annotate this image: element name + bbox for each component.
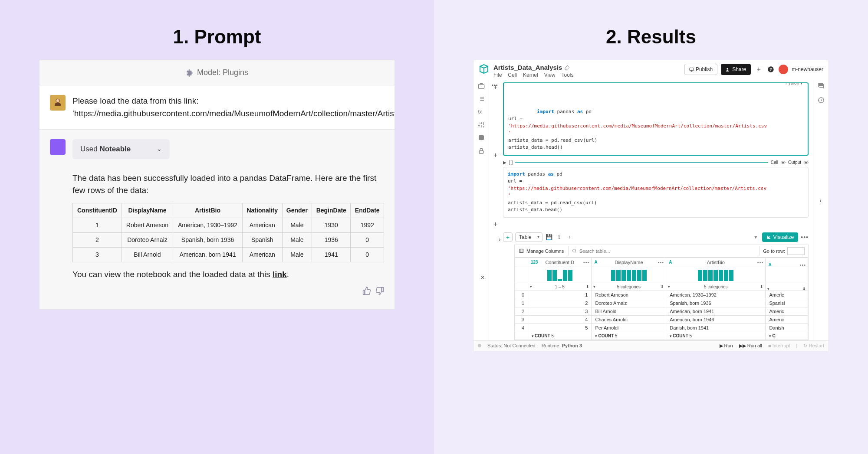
- user-avatar-icon[interactable]: [779, 65, 788, 74]
- fx-icon[interactable]: fx: [478, 108, 485, 115]
- more-icon[interactable]: •••: [801, 234, 809, 241]
- search-icon: [572, 248, 577, 253]
- run-button[interactable]: ▶ Run: [720, 343, 733, 349]
- add-icon[interactable]: +: [566, 233, 574, 241]
- expand-right-icon[interactable]: ‹: [819, 197, 822, 204]
- notebook-main: ••• + + Python ▾ 🔗 🗑 💬 import pandas as …: [489, 80, 813, 340]
- code-cell-active[interactable]: Python ▾ 🔗 🗑 💬 import pandas as pd url =…: [503, 82, 809, 156]
- username[interactable]: m-newhauser: [792, 66, 823, 72]
- output-row[interactable]: 45Per ArnoldiDanish, born 1941Danish: [515, 323, 808, 332]
- add-icon[interactable]: +: [754, 65, 763, 74]
- collapse-table-icon[interactable]: ✕: [480, 274, 485, 281]
- publish-button[interactable]: Publish: [684, 64, 717, 75]
- chevron-down-icon: ⌄: [157, 144, 162, 154]
- table-header: EndDate: [351, 203, 384, 218]
- svg-point-10: [573, 249, 576, 252]
- eye-icon[interactable]: 👁: [804, 160, 809, 165]
- cell-execution-bar: ▶ [ ] Cell 👁 Output 👁: [503, 160, 809, 165]
- output-column-header[interactable]: ADisplayName•••: [592, 258, 666, 267]
- svg-point-1: [56, 99, 59, 102]
- list-icon[interactable]: [478, 95, 485, 102]
- noteable-logo-icon: [479, 64, 489, 74]
- chart-icon: [766, 235, 771, 239]
- menu-kernel[interactable]: Kernel: [523, 72, 538, 78]
- notebook-right-sidebar: [813, 80, 829, 340]
- cell-language-tag[interactable]: Python ▾: [784, 82, 804, 86]
- goto-row-input[interactable]: [787, 247, 805, 255]
- svg-rect-2: [690, 68, 694, 70]
- run-all-button[interactable]: ▶▶ Run all: [739, 343, 762, 349]
- filter-row: ▾1 – 5⬍▾5 categories⬍▾5 categories⬍▾⬍: [515, 283, 808, 291]
- menu-tools[interactable]: Tools: [562, 72, 574, 78]
- preview-table: ConstituentIDDisplayNameArtistBioNationa…: [72, 203, 384, 262]
- notebook-link[interactable]: link: [273, 270, 287, 279]
- output-table: 123ConstituentID•••ADisplayName•••AArtis…: [514, 257, 809, 340]
- play-icon[interactable]: ▶: [503, 160, 506, 165]
- output-row[interactable]: 34Charles ArnoldiAmerican, born 1946Amer…: [515, 315, 808, 323]
- chat-model-header: Model: Plugins: [39, 60, 395, 85]
- sliders-icon[interactable]: [478, 121, 485, 128]
- manage-columns-button[interactable]: Manage Columns: [515, 246, 569, 256]
- interrupt-button[interactable]: ■ Interrupt: [768, 343, 790, 348]
- output-row[interactable]: 01Robert ArnesonAmerican, 1930–1992Ameri…: [515, 291, 808, 299]
- sparkline-row: [515, 267, 808, 283]
- add-cell-below-button[interactable]: +: [493, 151, 497, 159]
- plugin-used-badge[interactable]: Used Noteable ⌄: [72, 139, 170, 159]
- columns-icon: [519, 248, 524, 253]
- chat-panel: Model: Plugins Please load the data from…: [39, 60, 395, 310]
- svg-rect-9: [519, 249, 523, 252]
- code-cell-output[interactable]: import pandas as pd url = 'https://media…: [503, 167, 809, 218]
- puzzle-icon: [186, 69, 194, 77]
- eye-icon[interactable]: 👁: [781, 160, 786, 165]
- visualize-button[interactable]: Visualize: [762, 232, 798, 242]
- output-type-select[interactable]: Table: [515, 232, 542, 242]
- count-row: ▾COUNT 5▾COUNT 5▾COUNT 5▾C: [515, 332, 808, 340]
- output-column-header[interactable]: AArtistBio•••: [666, 258, 766, 267]
- table-header: DisplayName: [122, 203, 173, 218]
- assistant-avatar: [50, 139, 66, 155]
- history-icon[interactable]: [818, 97, 825, 105]
- filter-icon[interactable]: ▾: [752, 233, 760, 241]
- add-cell-above-button[interactable]: +: [493, 83, 497, 91]
- thumbs-up-icon[interactable]: [362, 287, 371, 299]
- goto-row-label: Go to row:: [763, 248, 785, 254]
- expand-left-icon[interactable]: ›: [499, 236, 501, 243]
- save-icon[interactable]: 💾: [545, 233, 553, 241]
- help-icon[interactable]: ?: [766, 65, 775, 74]
- monitor-icon: [689, 67, 694, 72]
- menu-view[interactable]: View: [544, 72, 556, 78]
- chat-bubble-icon[interactable]: [818, 82, 825, 91]
- add-cell-button[interactable]: +: [493, 220, 497, 228]
- table-header: Nationality: [242, 203, 282, 218]
- output-row[interactable]: 23Bill ArnoldAmerican, born 1941Americ: [515, 307, 808, 315]
- table-header: ArtistBio: [173, 203, 243, 218]
- user-message: Please load the data from this link: 'ht…: [39, 85, 395, 130]
- share-button[interactable]: Share: [721, 64, 751, 75]
- output-column-header[interactable]: A•••: [766, 258, 808, 267]
- add-output-button[interactable]: +: [503, 232, 513, 242]
- user-avatar: [50, 95, 66, 111]
- response-outro: You can view the notebook and the loaded…: [72, 268, 384, 281]
- thumbs-down-icon[interactable]: [375, 287, 384, 299]
- table-row: 1Robert ArnesonAmerican, 1930–1992Americ…: [73, 218, 384, 232]
- menu-file[interactable]: File: [493, 72, 502, 78]
- prompt-heading: 1. Prompt: [39, 26, 395, 48]
- database-icon[interactable]: [478, 134, 485, 141]
- notebook-title[interactable]: Artists_Data_Analysis: [493, 64, 680, 71]
- user-plus-icon: [726, 67, 730, 72]
- briefcase-icon[interactable]: [478, 82, 485, 89]
- output-column-header[interactable]: 123ConstituentID•••: [528, 258, 592, 267]
- search-table-input[interactable]: [579, 248, 756, 254]
- export-icon[interactable]: ⇪: [556, 233, 563, 241]
- svg-point-3: [727, 68, 729, 69]
- svg-rect-8: [479, 150, 483, 154]
- restart-button[interactable]: ↻ Restart: [803, 343, 824, 349]
- status-label: Status: Not Connected: [487, 343, 536, 348]
- menu-cell[interactable]: Cell: [508, 72, 517, 78]
- table-header: BeginDate: [312, 203, 351, 218]
- lock-icon[interactable]: [478, 147, 485, 154]
- runtime-label: Runtime: Python 3: [542, 343, 582, 348]
- svg-text:?: ?: [769, 67, 772, 72]
- svg-rect-6: [478, 85, 484, 88]
- output-row[interactable]: 12Doroteo ArnaizSpanish, born 1936Spanis…: [515, 299, 808, 307]
